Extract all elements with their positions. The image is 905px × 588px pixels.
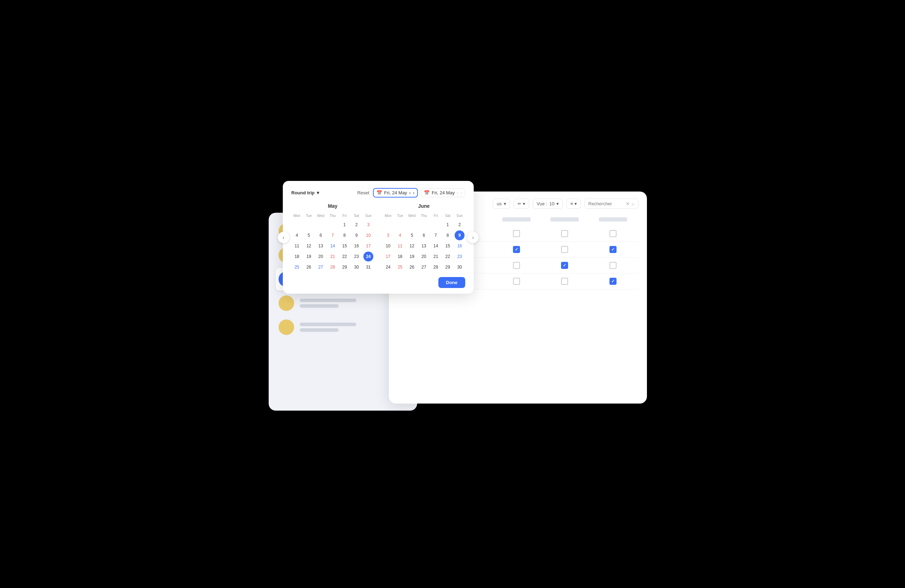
cal-day[interactable]: 12 [407, 241, 417, 251]
cal-day[interactable]: 16 [351, 241, 361, 251]
checkbox-col1[interactable] [513, 246, 520, 253]
checkbox-col2[interactable] [561, 278, 568, 285]
checkbox-col1[interactable] [513, 230, 520, 237]
cal-day[interactable]: 18 [292, 252, 302, 262]
cal-day[interactable]: 4 [292, 230, 302, 240]
col3-cell [591, 278, 636, 285]
cal-day[interactable]: 23 [455, 252, 465, 262]
calendar-june: JuneMonTueWedThuFriSatSun123456789101112… [383, 203, 465, 272]
cal-day[interactable]: 14 [431, 241, 441, 251]
checkbox-col1[interactable] [513, 278, 520, 285]
search-box[interactable]: ✕ ⌕ [584, 198, 638, 209]
cal-day[interactable]: 17 [383, 252, 393, 262]
cal-day[interactable]: 22 [340, 252, 349, 262]
cal-day[interactable]: 28 [431, 262, 441, 272]
cal-day[interactable]: 6 [316, 230, 325, 240]
cal-day[interactable]: 30 [455, 262, 465, 272]
checkbox-col1[interactable] [513, 262, 520, 269]
cal-day[interactable]: 21 [431, 252, 441, 262]
cal-day[interactable]: 20 [316, 252, 325, 262]
cal-day[interactable]: 17 [364, 241, 373, 251]
cal-day[interactable]: 2 [351, 220, 361, 230]
cal-day[interactable]: 6 [419, 230, 429, 240]
cal-day[interactable]: 15 [443, 241, 452, 251]
checkbox-col3[interactable] [610, 262, 616, 269]
cal-day[interactable]: 19 [304, 252, 314, 262]
calendar-prev-nav[interactable]: ‹ [278, 232, 289, 243]
cal-day[interactable]: 1 [340, 220, 349, 230]
text-line-long [300, 299, 356, 302]
cal-day[interactable]: 24 [364, 252, 373, 262]
cal-day[interactable]: 8 [443, 230, 452, 240]
cal-day[interactable]: 1 [443, 220, 452, 230]
checkbox-col2[interactable] [561, 246, 568, 253]
cal-day[interactable]: 15 [340, 241, 349, 251]
next-month-btn[interactable]: › [413, 190, 414, 195]
status-select[interactable]: us ▾ [493, 198, 510, 209]
cal-day[interactable]: 9 [455, 230, 465, 240]
cal-day[interactable]: 8 [340, 230, 349, 240]
search-input[interactable] [588, 201, 624, 206]
col2-cell [542, 262, 587, 269]
cal-day[interactable]: 10 [383, 241, 393, 251]
calendar-next-nav[interactable]: › [467, 232, 479, 243]
return-prev-btn[interactable]: ‹ [457, 190, 458, 195]
cal-day[interactable]: 26 [407, 262, 417, 272]
departure-date-selector[interactable]: 📅 Fri, 24 May ‹ › [373, 188, 418, 198]
round-trip-button[interactable]: Round trip ▾ [291, 190, 319, 195]
cal-day[interactable]: 13 [316, 241, 325, 251]
cal-day[interactable]: 27 [419, 262, 429, 272]
cal-day[interactable]: 23 [351, 252, 361, 262]
return-next-btn[interactable]: › [460, 190, 462, 195]
reset-button[interactable]: Reset [357, 190, 370, 195]
cal-day[interactable]: 12 [304, 241, 314, 251]
cal-day[interactable]: 3 [383, 230, 393, 240]
checkbox-col3[interactable] [610, 246, 616, 253]
cal-day[interactable]: 11 [292, 241, 302, 251]
cal-day[interactable]: 22 [443, 252, 452, 262]
checkbox-col2[interactable] [561, 230, 568, 237]
cal-day[interactable]: 7 [328, 230, 338, 240]
return-date-selector[interactable]: 📅 Fri, 24 May ‹ › [421, 189, 465, 197]
cal-day[interactable]: 16 [455, 241, 465, 251]
scene: us ▾ ✏ ▾ Vue : 10 ▾ ≡ ▾ ✕ ⌕ [258, 170, 647, 418]
cal-day[interactable]: 5 [407, 230, 417, 240]
cal-day-header: Tue [303, 212, 314, 219]
cal-day[interactable]: 13 [419, 241, 429, 251]
cal-day[interactable]: 3 [364, 220, 373, 230]
checkbox-col3[interactable] [610, 230, 616, 237]
search-icon[interactable]: ⌕ [632, 201, 635, 206]
checkbox-col2[interactable] [561, 262, 568, 269]
cal-day[interactable]: 31 [364, 262, 373, 272]
cal-day[interactable]: 21 [328, 252, 338, 262]
cal-day-header: Sat [442, 212, 454, 219]
cal-day[interactable]: 25 [292, 262, 302, 272]
cal-day[interactable]: 14 [328, 241, 338, 251]
lines-button[interactable]: ≡ ▾ [566, 198, 581, 209]
cal-day[interactable]: 30 [351, 262, 361, 272]
cal-day[interactable]: 18 [395, 252, 405, 262]
done-button[interactable]: Done [438, 277, 465, 288]
cal-day[interactable]: 19 [407, 252, 417, 262]
clear-icon[interactable]: ✕ [626, 201, 630, 206]
cal-day[interactable]: 5 [304, 230, 314, 240]
cal-day[interactable]: 11 [395, 241, 405, 251]
cal-day[interactable]: 28 [328, 262, 338, 272]
cal-day[interactable]: 20 [419, 252, 429, 262]
cal-day[interactable]: 27 [316, 262, 325, 272]
cal-day[interactable]: 7 [431, 230, 441, 240]
prev-month-btn[interactable]: ‹ [410, 190, 411, 195]
cal-day[interactable]: 9 [351, 230, 361, 240]
edit-button[interactable]: ✏ ▾ [514, 198, 529, 209]
checkbox-col3[interactable] [610, 278, 616, 285]
cal-day[interactable]: 29 [340, 262, 349, 272]
lines-icon: ≡ [570, 201, 573, 206]
cal-day[interactable]: 26 [304, 262, 314, 272]
calendar-popup: Round trip ▾ Reset 📅 Fri, 24 May ‹ › 📅 F… [283, 181, 474, 294]
cal-day[interactable]: 29 [443, 262, 452, 272]
cal-day[interactable]: 4 [395, 230, 405, 240]
cal-day[interactable]: 25 [395, 262, 405, 272]
cal-day[interactable]: 2 [455, 220, 465, 230]
cal-day[interactable]: 10 [364, 230, 373, 240]
cal-day[interactable]: 24 [383, 262, 393, 272]
